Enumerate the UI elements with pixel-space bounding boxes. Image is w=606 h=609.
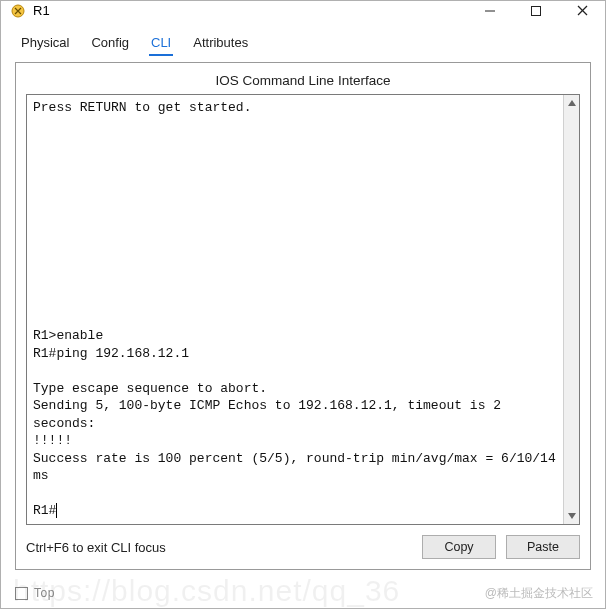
titlebar: R1 [1,1,605,21]
tab-physical[interactable]: Physical [19,33,71,56]
window-footer: Top [1,580,605,608]
svg-rect-2 [532,6,541,15]
paste-button[interactable]: Paste [506,535,580,559]
content-area: Physical Config CLI Attributes IOS Comma… [1,21,605,580]
focus-hint: Ctrl+F6 to exit CLI focus [26,540,166,555]
top-checkbox[interactable] [15,587,28,600]
router-icon [9,2,27,20]
panel-title: IOS Command Line Interface [26,73,580,88]
svg-line-3 [578,6,587,15]
scroll-up-arrow[interactable] [564,95,579,111]
tab-attributes[interactable]: Attributes [191,33,250,56]
close-button[interactable] [559,1,605,21]
app-window: R1 Physical Config CLI Attributes IOS Co… [0,0,606,609]
scroll-down-arrow[interactable] [564,508,579,524]
svg-marker-6 [568,513,576,519]
svg-marker-5 [568,100,576,106]
terminal-container: Press RETURN to get started. R1>enable R… [26,94,580,525]
terminal-scrollbar[interactable] [563,95,579,524]
svg-line-4 [578,6,587,15]
tab-bar: Physical Config CLI Attributes [15,25,591,62]
window-controls [467,1,605,21]
cli-panel: IOS Command Line Interface Press RETURN … [15,62,591,570]
copy-button[interactable]: Copy [422,535,496,559]
tab-config[interactable]: Config [89,33,131,56]
top-checkbox-label: Top [34,586,55,600]
maximize-button[interactable] [513,1,559,21]
window-title: R1 [33,3,467,18]
panel-footer-row: Ctrl+F6 to exit CLI focus Copy Paste [26,535,580,559]
minimize-button[interactable] [467,1,513,21]
tab-cli[interactable]: CLI [149,33,173,56]
terminal-output[interactable]: Press RETURN to get started. R1>enable R… [27,95,563,524]
